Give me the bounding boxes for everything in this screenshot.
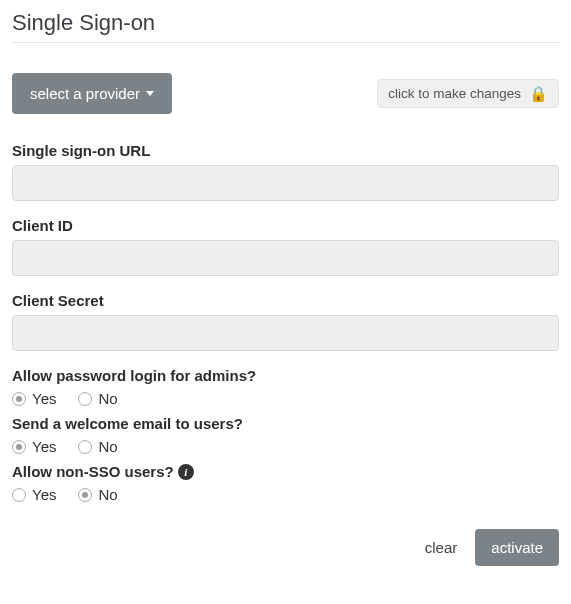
info-icon[interactable]: i: [178, 464, 194, 480]
welcome-email-no-label: No: [98, 438, 117, 455]
password-login-no-radio[interactable]: [78, 392, 92, 406]
non-sso-question-text: Allow non-SSO users?: [12, 463, 174, 480]
sso-url-field: Single sign-on URL: [12, 142, 559, 201]
welcome-email-section: Send a welcome email to users? Yes No: [12, 415, 559, 455]
non-sso-no-label: No: [98, 486, 117, 503]
password-login-no-label: No: [98, 390, 117, 407]
non-sso-yes-radio[interactable]: [12, 488, 26, 502]
client-id-label: Client ID: [12, 217, 559, 234]
password-login-no[interactable]: No: [78, 390, 117, 407]
non-sso-options: Yes No: [12, 486, 559, 503]
welcome-email-yes[interactable]: Yes: [12, 438, 56, 455]
clear-button[interactable]: clear: [425, 539, 458, 556]
password-login-yes[interactable]: Yes: [12, 390, 56, 407]
activate-button[interactable]: activate: [475, 529, 559, 566]
non-sso-no[interactable]: No: [78, 486, 117, 503]
non-sso-question: Allow non-SSO users? i: [12, 463, 559, 480]
password-login-options: Yes No: [12, 390, 559, 407]
welcome-email-no-radio[interactable]: [78, 440, 92, 454]
password-login-yes-radio[interactable]: [12, 392, 26, 406]
client-secret-field: Client Secret: [12, 292, 559, 351]
non-sso-yes-label: Yes: [32, 486, 56, 503]
non-sso-yes[interactable]: Yes: [12, 486, 56, 503]
welcome-email-yes-label: Yes: [32, 438, 56, 455]
client-id-field: Client ID: [12, 217, 559, 276]
welcome-email-options: Yes No: [12, 438, 559, 455]
password-login-question: Allow password login for admins?: [12, 367, 559, 384]
lock-icon: 🔒: [529, 86, 548, 101]
select-provider-label: select a provider: [30, 85, 140, 102]
client-id-input[interactable]: [12, 240, 559, 276]
welcome-email-no[interactable]: No: [78, 438, 117, 455]
sso-url-label: Single sign-on URL: [12, 142, 559, 159]
edit-lock-badge[interactable]: click to make changes 🔒: [377, 79, 559, 108]
non-sso-section: Allow non-SSO users? i Yes No: [12, 463, 559, 503]
select-provider-button[interactable]: select a provider: [12, 73, 172, 114]
password-login-section: Allow password login for admins? Yes No: [12, 367, 559, 407]
welcome-email-yes-radio[interactable]: [12, 440, 26, 454]
non-sso-no-radio[interactable]: [78, 488, 92, 502]
client-secret-label: Client Secret: [12, 292, 559, 309]
chevron-down-icon: [146, 91, 154, 96]
client-secret-input[interactable]: [12, 315, 559, 351]
top-row: select a provider click to make changes …: [12, 73, 559, 114]
edit-lock-text: click to make changes: [388, 86, 521, 101]
password-login-yes-label: Yes: [32, 390, 56, 407]
footer: clear activate: [12, 529, 559, 566]
page-title: Single Sign-on: [12, 10, 559, 43]
sso-url-input[interactable]: [12, 165, 559, 201]
welcome-email-question: Send a welcome email to users?: [12, 415, 559, 432]
